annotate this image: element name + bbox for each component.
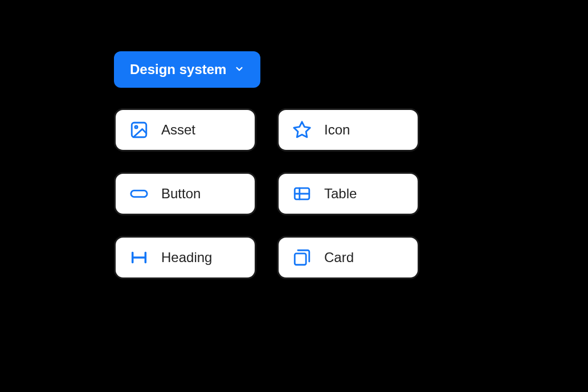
icon-card[interactable]: Icon <box>277 108 419 152</box>
card-label: Asset <box>161 122 195 138</box>
card-card[interactable]: Card <box>277 236 419 279</box>
component-grid: Asset Icon Button <box>114 108 419 279</box>
image-icon <box>129 120 149 140</box>
pill-icon <box>129 184 149 203</box>
design-system-dropdown[interactable]: Design system <box>114 51 260 88</box>
card-label: Card <box>324 250 354 266</box>
table-icon <box>292 184 312 203</box>
asset-card[interactable]: Asset <box>114 108 256 152</box>
card-label: Icon <box>324 122 350 138</box>
svg-marker-2 <box>294 122 310 137</box>
card-icon <box>292 248 312 267</box>
dropdown-label: Design system <box>130 62 226 77</box>
chevron-down-icon <box>234 62 244 77</box>
card-label: Heading <box>161 250 212 266</box>
heading-icon <box>129 248 149 267</box>
button-card[interactable]: Button <box>114 172 256 215</box>
card-label: Table <box>324 186 357 202</box>
heading-card[interactable]: Heading <box>114 236 256 279</box>
svg-rect-10 <box>295 254 306 265</box>
svg-rect-3 <box>131 190 147 197</box>
table-card[interactable]: Table <box>277 172 419 215</box>
star-icon <box>292 120 312 140</box>
card-label: Button <box>161 186 201 202</box>
svg-point-1 <box>135 126 137 128</box>
